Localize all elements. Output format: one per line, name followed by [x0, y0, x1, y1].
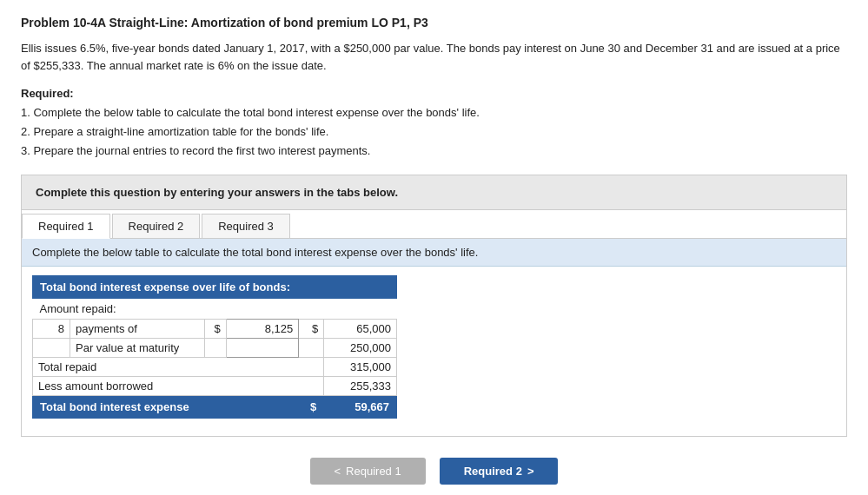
bond-table: Total bond interest expense over life of… — [32, 275, 397, 419]
par-empty2 — [205, 339, 226, 358]
payments-dollar2: $ — [299, 320, 324, 339]
tabs-row: Required 1 Required 2 Required 3 — [22, 210, 846, 239]
table-header: Total bond interest expense over life of… — [33, 276, 397, 299]
payments-amount-input[interactable]: 8,125 — [226, 320, 299, 339]
tab-instruction: Complete the below table to calculate th… — [22, 239, 846, 267]
tab-required-2[interactable]: Required 2 — [112, 214, 201, 238]
payments-label: payments of — [70, 320, 205, 339]
amount-repaid-label: Amount repaid: — [33, 299, 397, 320]
par-value-input[interactable] — [226, 339, 299, 358]
requirement-3: 3. Prepare the journal entries to record… — [21, 142, 847, 161]
total-interest-label: Total bond interest expense — [33, 396, 299, 419]
total-interest-dollar: $ — [299, 396, 324, 419]
tab-required-3[interactable]: Required 3 — [202, 214, 290, 238]
par-empty1 — [33, 339, 70, 358]
payments-number: 8 — [33, 320, 70, 339]
requirement-1: 1. Complete the below table to calculate… — [21, 103, 847, 122]
requirement-2: 2. Prepare a straight-line amortization … — [21, 122, 847, 142]
par-empty3 — [299, 339, 324, 358]
less-borrowed-row: Less amount borrowed 255,333 — [33, 377, 397, 396]
prev-button[interactable]: < Required 1 — [310, 458, 426, 485]
problem-description: Ellis issues 6.5%, five-year bonds dated… — [21, 40, 847, 74]
table-section: Total bond interest expense over life of… — [22, 267, 846, 436]
required-label: Required: — [21, 84, 847, 103]
table-header-row: Total bond interest expense over life of… — [33, 276, 397, 299]
tab-required-1[interactable]: Required 1 — [22, 214, 110, 239]
less-borrowed-amount: 255,333 — [324, 377, 397, 396]
payments-total: 65,000 — [324, 320, 397, 339]
total-repaid-amount: 315,000 — [324, 358, 397, 377]
par-value-amount: 250,000 — [324, 339, 397, 358]
next-label: Required 2 — [464, 465, 522, 478]
bottom-navigation: < Required 1 Required 2 > — [21, 458, 847, 485]
amount-repaid-row: Amount repaid: — [33, 299, 397, 320]
total-repaid-label: Total repaid — [33, 358, 324, 377]
total-interest-row: Total bond interest expense $ 59,667 — [33, 396, 397, 419]
prev-label: Required 1 — [346, 465, 401, 478]
tab-content: Complete the below table to calculate th… — [22, 239, 846, 436]
total-interest-amount: 59,667 — [324, 396, 397, 419]
payments-row: 8 payments of $ 8,125 $ 65,000 — [33, 320, 397, 339]
total-repaid-row: Total repaid 315,000 — [33, 358, 397, 377]
instruction-box: Complete this question by entering your … — [21, 175, 847, 210]
next-button[interactable]: Required 2 > — [440, 458, 559, 485]
payments-dollar1: $ — [205, 320, 226, 339]
problem-title: Problem 10-4A Straight-Line: Amortizatio… — [21, 16, 847, 30]
par-value-row: Par value at maturity 250,000 — [33, 339, 397, 358]
prev-icon: < — [335, 465, 341, 478]
next-icon: > — [527, 465, 534, 478]
par-label: Par value at maturity — [70, 339, 205, 358]
less-borrowed-label: Less amount borrowed — [33, 377, 324, 396]
